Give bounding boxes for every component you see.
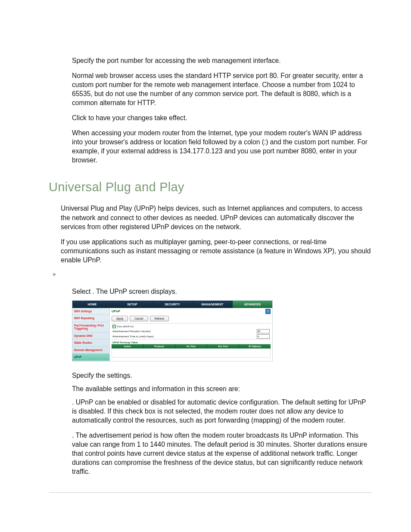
refresh-button[interactable]: Refresh [150,316,169,321]
section-heading: Universal Plug and Play [49,180,372,194]
text-wan: When accessing your modem router from th… [50,128,372,165]
procedure-bullet: ➤ [50,271,372,277]
sidebar-item-wifi-repeating[interactable]: WiFi Repeating [72,315,109,322]
text-port-spec: Specify the port number for accessing th… [50,56,372,65]
intro-paragraph-1: Universal Plug and Play (UPnP) helps dev… [50,204,372,231]
sidebar-item-wifi-settings[interactable]: WiFi Settings [72,308,109,315]
click-pre: Click [72,114,88,121]
apply-button[interactable]: Apply [112,316,128,321]
portmap-col-ip: IP Address [239,344,271,348]
main-tabs: HOME SETUP SECURITY MANAGEMENT ADVANCED [72,301,272,308]
step-select-pre: Select [72,288,93,295]
sidebar-item-static-routes[interactable]: Static Routes [72,339,109,346]
step-available: The available settings and information i… [50,384,372,393]
footer-rule [50,492,372,493]
tab-security[interactable]: SECURITY [153,301,193,308]
portmap-col-int-port: Int. Port [175,344,207,348]
turn-upnp-checkbox[interactable] [112,325,116,328]
advertisement-period-input[interactable]: 30 [257,329,270,333]
cancel-button[interactable]: Cancel [130,316,148,321]
portmap-col-active: Active [112,344,143,348]
click-post: to have your changes take effect. [88,114,187,121]
sidebar-item-dynamic-dns[interactable]: Dynamic DNS [72,333,109,339]
content-pane: UPnP ? Apply Cancel Refresh Turn UPnP On… [110,308,272,361]
advertisement-period-label: Advertisement Period(in minutes) [112,330,151,333]
page-title: UPnP [112,309,120,313]
portmap-header-row: Active Protocol Int. Port Ext. Port IP A… [112,344,271,348]
step-select-post: . The UPnP screen displays. [93,288,177,295]
step-specify: Specify the settings. [50,371,372,380]
sidebar: WiFi Settings WiFi Repeating Port Forwar… [72,308,110,361]
turn-upnp-description: . UPnP can be enabled or disabled for au… [50,398,372,425]
turn-upnp-label: Turn UPnP On [112,325,134,328]
sidebar-item-port-forwarding[interactable]: Port Forwarding / Port Triggering [72,322,109,333]
portmap-col-ext-port: Ext. Port [207,344,239,348]
upnp-screenshot: HOME SETUP SECURITY MANAGEMENT ADVANCED … [72,300,273,361]
text-port-info: Normal web browser access uses the stand… [50,71,372,107]
intro-paragraph-2: If you use applications such as multipla… [50,237,372,264]
step-select: Select . The UPnP screen displays. [50,287,372,296]
sidebar-item-upnp[interactable]: UPnP [72,354,109,361]
portmap-table-title: UPnP Portmap Table [110,340,272,344]
advertisement-ttl-label: Advertisement Time to Live(in hops) [112,335,154,338]
tab-advanced[interactable]: ADVANCED [233,301,272,308]
arrow-icon: ➤ [52,271,56,277]
tab-management[interactable]: MANAGEMENT [193,301,233,308]
sidebar-item-remote-management[interactable]: Remote Management [72,347,109,354]
advertisement-period-description: . The advertisement period is how often … [50,431,372,476]
tab-home[interactable]: HOME [72,301,112,308]
help-icon[interactable]: ? [265,309,271,314]
text-click: Click to have your changes take effect. [50,113,372,122]
tab-setup[interactable]: SETUP [112,301,153,308]
portmap-col-protocol: Protocol [143,344,175,348]
portmap-empty-body [112,348,271,358]
wan-pre: When accessing your modem router from th… [72,129,367,155]
advertisement-ttl-input[interactable]: 4 [257,334,270,339]
